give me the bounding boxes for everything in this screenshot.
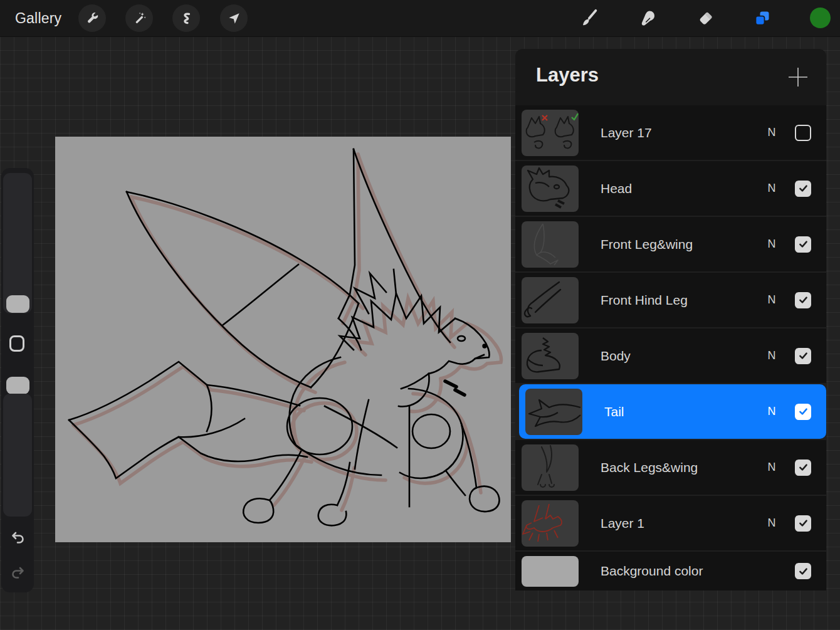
layer-row-front-leg-wing[interactable]: Front Leg&wing N [515, 217, 826, 271]
layer-thumbnail[interactable] [522, 444, 579, 491]
layer-name: Body [601, 349, 762, 364]
layer-visibility-checkbox[interactable] [795, 236, 811, 253]
eraser-icon [696, 9, 715, 28]
layer-visibility-checkbox[interactable] [795, 125, 811, 141]
plus-icon [787, 66, 809, 88]
adjustments-button[interactable] [125, 4, 153, 32]
layer-visibility-checkbox[interactable] [795, 181, 811, 197]
layers-icon [753, 9, 772, 28]
undo-button[interactable] [9, 530, 26, 547]
drawing-canvas[interactable] [55, 137, 511, 542]
check-icon [798, 239, 809, 249]
layer-thumbnail[interactable] [522, 165, 579, 212]
layer-row-front-hind-leg[interactable]: Front Hind Leg N [515, 273, 826, 327]
dragon-sketch [55, 137, 511, 542]
check-icon [798, 566, 809, 577]
redo-icon [9, 565, 26, 582]
layer-blend-mode[interactable]: N [762, 461, 781, 474]
layers-panel: Layers Layer 17 [515, 49, 826, 591]
layer-row-layer-1[interactable]: Layer 1 N [515, 496, 826, 550]
layer-name: Back Legs&wing [601, 460, 762, 475]
transform-button[interactable] [220, 4, 248, 32]
brush-icon [580, 9, 599, 28]
layer-thumbnail[interactable] [525, 389, 582, 435]
selection-s-icon [179, 11, 194, 26]
add-layer-button[interactable] [787, 66, 809, 88]
background-color-swatch[interactable] [522, 556, 579, 587]
layer-blend-mode[interactable]: N [762, 349, 781, 362]
layers-panel-button[interactable] [750, 6, 774, 30]
actions-button[interactable] [78, 4, 106, 32]
layer-blend-mode[interactable]: N [762, 182, 781, 195]
layer-name: Front Hind Leg [601, 293, 762, 308]
layer-row-layer-17[interactable]: Layer 17 N [515, 105, 826, 160]
magic-wand-icon [132, 11, 147, 26]
layer-row-head[interactable]: Head N [515, 161, 826, 216]
layer-name: Front Leg&wing [601, 237, 762, 252]
layer-row-background-color[interactable]: Background color [515, 552, 826, 591]
layer-list: Layer 17 N Head N [515, 105, 826, 591]
color-swatch[interactable] [810, 8, 831, 28]
layer-thumbnail[interactable] [522, 221, 579, 268]
modify-button[interactable] [9, 335, 24, 352]
opacity-slider-track[interactable] [3, 394, 32, 517]
layer-row-body[interactable]: Body N [515, 328, 826, 383]
layer-blend-mode[interactable]: N [762, 126, 781, 139]
smudge-tool-button[interactable] [636, 6, 659, 30]
check-icon [798, 295, 809, 305]
check-icon [798, 462, 809, 473]
layer-thumbnail[interactable] [522, 110, 579, 156]
wrench-icon [85, 11, 100, 26]
check-icon [798, 183, 809, 194]
layer-row-tail[interactable]: Tail N [519, 384, 826, 439]
top-toolbar: Gallery [0, 0, 840, 37]
selection-button[interactable] [172, 4, 200, 32]
brush-sidebar [1, 168, 34, 592]
layer-visibility-checkbox[interactable] [795, 515, 811, 532]
undo-icon [9, 530, 26, 547]
smudge-finger-icon [638, 9, 657, 28]
redo-button[interactable] [9, 565, 26, 582]
layer-visibility-checkbox[interactable] [795, 404, 811, 420]
layer-visibility-checkbox[interactable] [795, 459, 811, 476]
erase-tool-button[interactable] [693, 6, 717, 30]
layer-blend-mode[interactable]: N [762, 405, 781, 418]
check-icon [798, 350, 809, 361]
layer-blend-mode[interactable]: N [762, 517, 781, 530]
layer-name: Head [601, 181, 762, 196]
layer-thumbnail[interactable] [522, 500, 579, 547]
check-icon [798, 518, 809, 528]
layer-row-back-legs-wing[interactable]: Back Legs&wing N [515, 440, 826, 495]
layer-blend-mode[interactable]: N [762, 293, 781, 307]
layer-name: Tail [604, 404, 762, 419]
gallery-button[interactable]: Gallery [15, 0, 61, 36]
layers-panel-title: Layers [536, 64, 599, 87]
layer-visibility-checkbox[interactable] [795, 563, 811, 579]
layer-name: Layer 17 [601, 125, 762, 140]
layer-thumbnail[interactable] [522, 277, 579, 323]
opacity-slider-handle[interactable] [6, 377, 29, 394]
check-icon [798, 406, 809, 417]
layer-blend-mode[interactable]: N [762, 238, 781, 251]
layers-panel-header: Layers [515, 49, 826, 105]
layer-name: Layer 1 [601, 516, 762, 531]
layer-thumbnail[interactable] [522, 333, 579, 379]
brush-size-slider-track[interactable] [3, 173, 32, 313]
layer-visibility-checkbox[interactable] [795, 348, 811, 364]
transform-arrow-icon [227, 11, 241, 26]
paint-tool-button[interactable] [578, 6, 602, 30]
layer-name: Background color [601, 564, 762, 579]
layer-visibility-checkbox[interactable] [795, 292, 811, 308]
brush-size-slider-handle[interactable] [6, 295, 29, 313]
